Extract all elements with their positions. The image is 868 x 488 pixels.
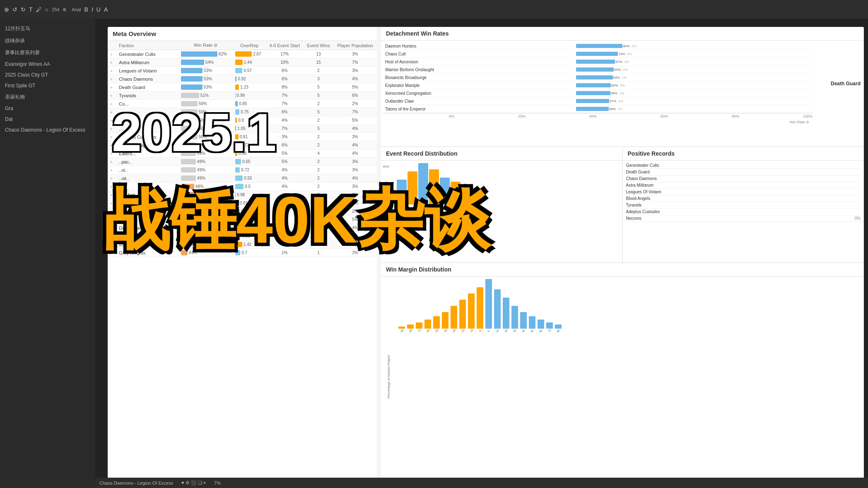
col-overrep[interactable]: OverRep	[233, 41, 266, 50]
positive-item-name: Astra Militarum	[626, 183, 654, 188]
det-name: Explorator Maniple	[383, 82, 574, 89]
table-row: + Astra Militarum 54% 1.44 10% 15 7%	[108, 58, 377, 67]
expand-cell[interactable]: +	[108, 216, 116, 224]
expand-cell[interactable]: +	[108, 224, 116, 232]
player-pop-cell: 3%	[333, 50, 377, 58]
player-pop-cell: 4%	[333, 75, 377, 83]
det-bar: 63% 1%	[574, 74, 813, 82]
expand-cell[interactable]: +	[108, 166, 116, 174]
expand-cell[interactable]: +	[108, 100, 116, 108]
color-icon[interactable]: A	[104, 6, 108, 13]
expand-cell[interactable]: +	[108, 249, 116, 257]
underline-icon[interactable]: U	[96, 6, 101, 13]
expand-cell[interactable]: +	[108, 83, 116, 91]
sidebar-item-5[interactable]: First Spile GT	[0, 80, 95, 91]
font-name[interactable]: Arial	[72, 7, 81, 12]
overrep-cell: 0.83	[233, 224, 266, 232]
det-axis-0: 0%	[449, 114, 454, 118]
expand-cell[interactable]: +	[108, 199, 116, 207]
expand-cell[interactable]: +	[108, 149, 116, 158]
sidebar-item-8[interactable]: Dat	[0, 114, 95, 125]
det-bar: 57% 1%	[574, 97, 813, 105]
bold-icon[interactable]: B	[84, 6, 88, 13]
event-section: Event Record Distribution 40% 35% 30% 25…	[381, 147, 864, 263]
faction-name-cell: Astra Militarum	[116, 58, 178, 67]
text-icon[interactable]: T	[29, 6, 33, 13]
expand-cell[interactable]: +	[108, 133, 116, 141]
event-wins-cell: 2	[304, 207, 333, 216]
det-name: Xenocreed Congregation	[383, 89, 574, 97]
wm-bar-label: -45	[443, 328, 448, 333]
win-margin-title: Win Margin Distribution	[381, 263, 864, 276]
expand-cell[interactable]: +	[108, 174, 116, 183]
expand-cell[interactable]: +	[108, 207, 116, 216]
positive-item-name: Adeptus Custodes	[626, 209, 660, 214]
event-start-cell: 10%	[266, 58, 304, 67]
event-start-cell: 17%	[266, 50, 304, 58]
main-content: Meta Overview Faction Win Rate ⊘ OverRep…	[95, 19, 868, 488]
expand-cell[interactable]: +	[108, 50, 116, 58]
table-row: + ... 50% 0.75 6% 5 7%	[108, 108, 377, 116]
table-scroll[interactable]: Faction Win Rate ⊘ OverRep 4-0 Event Sta…	[108, 41, 377, 481]
panel-container: Meta Overview Faction Win Rate ⊘ OverRep…	[108, 27, 864, 484]
sidebar-item-3[interactable]: Evanvigor Wines AA	[0, 59, 95, 70]
wm-bar-inner	[468, 293, 475, 329]
col-winrate[interactable]: Win Rate ⊘	[178, 41, 233, 50]
expand-cell[interactable]: +	[108, 91, 116, 100]
win-rate-cell: 49%	[178, 158, 233, 166]
expand-cell[interactable]: +	[108, 67, 116, 75]
meta-overview-title: Meta Overview	[108, 27, 377, 41]
expand-cell[interactable]: +	[108, 240, 116, 249]
expand-cell[interactable]: +	[108, 116, 116, 125]
table-row: + Orks 47% 0.75 4% 5 5%	[108, 216, 377, 224]
player-pop-cell: 5%	[333, 116, 377, 125]
undo-icon[interactable]: ↺	[12, 6, 17, 13]
expand-cell[interactable]: +	[108, 158, 116, 166]
wm-bar-label: -35	[451, 328, 456, 333]
sidebar-item-9[interactable]: Chaos Daemons - Legion Of Excess	[0, 125, 95, 135]
det-axis-60: 60%	[661, 114, 668, 118]
expand-cell[interactable]: +	[108, 232, 116, 240]
italic-icon[interactable]: I	[92, 6, 93, 13]
expand-cell[interactable]: +	[108, 191, 116, 199]
wm-bar-label: 25	[504, 329, 508, 333]
list-icon[interactable]: ≡	[63, 6, 66, 13]
expand-cell[interactable]: +	[108, 183, 116, 191]
toolbar-icon-1[interactable]: ⊕	[4, 6, 9, 13]
col-event-start[interactable]: 4-0 Event Start	[266, 41, 304, 50]
expand-cell[interactable]: +	[108, 108, 116, 116]
font-size[interactable]: 254	[52, 7, 59, 12]
overrep-cell: 0.85	[233, 100, 266, 108]
sidebar-item-1[interactable]: 战锤杂谈	[0, 35, 95, 47]
sidebar-item-7[interactable]: Gra	[0, 103, 95, 114]
expand-cell[interactable]: +	[108, 125, 116, 133]
det-bar: 72% 0%	[574, 50, 813, 58]
win-rate-cell: 48%	[178, 199, 233, 207]
col-event-wins[interactable]: Event Wins	[304, 41, 333, 50]
expand-cell[interactable]: +	[108, 141, 116, 149]
col-player-pop[interactable]: Player Population	[333, 41, 377, 50]
sidebar-item-6[interactable]: 圣诞礼物	[0, 91, 95, 103]
circle-icon[interactable]: ○	[45, 6, 48, 13]
event-start-cell: 7%	[266, 125, 304, 133]
table-header: Faction Win Rate ⊘ OverRep 4-0 Event Sta…	[108, 41, 377, 50]
sidebar-item-4[interactable]: 2025 Class City GT	[0, 70, 95, 80]
overrep-cell: 0.92	[233, 75, 266, 83]
positive-item-name: Chaos Daemons	[626, 176, 657, 181]
event-wins-cell: 6	[304, 224, 333, 232]
sidebar-item-2[interactable]: 赛事比赛系列赛	[0, 47, 95, 59]
det-axis-20: 20%	[518, 114, 526, 118]
y-axis-35: 35%	[383, 192, 394, 196]
sidebar-item-0[interactable]: 12月扑五马	[0, 23, 95, 35]
table-row: + Imperial Knights 49% 0.73 6% 2 4%	[108, 141, 377, 149]
y-axis-30: 30%	[383, 220, 394, 224]
table-row: + Grey Knights 44% 0.7 1% 1 3%	[108, 249, 377, 257]
expand-cell[interactable]: +	[108, 58, 116, 67]
wm-bar-inner	[546, 322, 553, 329]
pen-icon[interactable]: 🖊	[36, 6, 42, 13]
redo-icon[interactable]: ↻	[21, 6, 26, 13]
expand-cell[interactable]: +	[108, 75, 116, 83]
table-row: + Dark Angels 46% 0.83 6% 6 4%	[108, 224, 377, 232]
overrep-cell: 0.99	[233, 91, 266, 100]
y-axis-40: 40%	[383, 165, 394, 168]
